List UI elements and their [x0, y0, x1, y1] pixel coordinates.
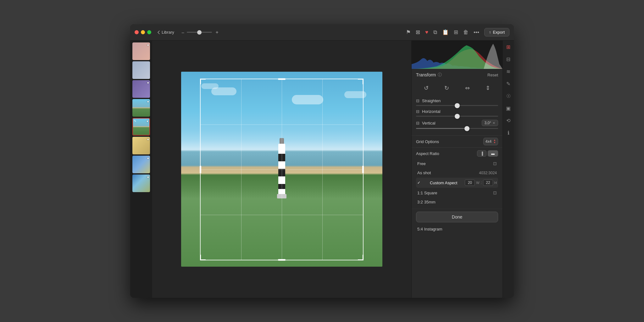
aspect-free[interactable]: Free ⊡: [416, 159, 498, 168]
vertical-thumb[interactable]: [464, 126, 469, 131]
stepper-down[interactable]: ▼: [493, 142, 496, 144]
straighten-thumb[interactable]: [455, 103, 460, 108]
zoom-plus-icon[interactable]: +: [216, 30, 219, 35]
custom-aspect-inputs: W : H: [465, 180, 497, 186]
rotate-right-icon[interactable]: ↻: [443, 83, 450, 93]
histogram: [412, 41, 502, 69]
minimize-button[interactable]: [141, 30, 145, 34]
aspect-square-label: 1:1 Square: [417, 191, 437, 195]
crop-handle-right-mid[interactable]: [362, 166, 364, 173]
filmstrip-thumb-7[interactable]: ♥: [132, 156, 150, 173]
side-adjust-icon[interactable]: ⊟: [505, 55, 511, 63]
crop-handle-bottom-left[interactable]: [200, 255, 206, 260]
custom-width-input[interactable]: [465, 180, 475, 186]
crop-handle-top-right[interactable]: [358, 79, 364, 84]
aspect-35mm-label: 3:2 35mm: [417, 200, 436, 204]
straighten-slider-group: ⊟ Straighten: [416, 98, 498, 106]
crop-overlay[interactable]: [200, 79, 364, 260]
add-icon[interactable]: ⊞: [454, 29, 458, 36]
vertical-label: Vertical: [422, 121, 436, 125]
flag-icon[interactable]: ⚑: [406, 29, 411, 36]
back-nav[interactable]: Library: [158, 30, 174, 35]
grid-options-select[interactable]: 4x4 ▲ ▼: [483, 138, 498, 145]
aspect-asshot-value: 4032:3024: [479, 171, 497, 175]
zoom-minus-icon[interactable]: –: [182, 30, 184, 35]
vertical-slider-group: ⊟ Vertical 3,0° ✕: [416, 120, 498, 129]
paste-icon[interactable]: 📋: [442, 29, 449, 36]
heart-badge: ♥: [147, 175, 149, 179]
flip-vertical-icon[interactable]: ⇕: [484, 83, 491, 93]
horizontal-track[interactable]: [416, 116, 498, 117]
crop-handle-left-mid[interactable]: [200, 166, 201, 173]
aspect-custom[interactable]: ✓ Custom Aspect W : H: [416, 178, 498, 188]
aspect-35mm[interactable]: 3:2 35mm: [416, 198, 498, 206]
reset-button[interactable]: Reset: [487, 73, 498, 77]
crop-grid: [201, 79, 363, 260]
side-filter-icon[interactable]: ≋: [505, 68, 511, 75]
toolbar: ⚑ ⊠ ♥ ⧉ 📋 ⊞ 🗑 ••• ↑ Export: [406, 28, 509, 36]
zoom-control: – +: [182, 30, 219, 35]
transform-icons: ↺ ↻ ⇔ ⇕: [416, 81, 498, 95]
main-area: ♥ ♥ ♥ ✎ ♥: [130, 41, 514, 298]
aspect-ratio-section: Aspect Ratio ▐ ▬ Free ⊡ As shot: [412, 147, 502, 209]
aspect-ratio-label: Aspect Ratio: [416, 151, 439, 156]
crop-handle-bottom-mid[interactable]: [278, 259, 286, 261]
aspect-instagram[interactable]: 5:4 Instagram: [412, 225, 502, 233]
filmstrip-thumb-2[interactable]: [132, 61, 150, 79]
side-info-icon[interactable]: ℹ: [507, 129, 510, 137]
instagram-label: 5:4 Instagram: [417, 227, 442, 231]
filmstrip-thumb-4[interactable]: ♥: [132, 99, 150, 117]
crop-handle-top-left[interactable]: [200, 79, 206, 84]
vertical-value-text: 3,0°: [485, 121, 491, 125]
zoom-slider[interactable]: [187, 32, 212, 33]
side-history-icon[interactable]: ⟲: [505, 117, 511, 125]
side-layers-icon[interactable]: ▣: [505, 104, 512, 112]
crop-icon[interactable]: ⊠: [416, 29, 420, 36]
width-label: W: [476, 181, 479, 185]
vertical-track[interactable]: [416, 128, 498, 129]
crop-handle-bottom-right[interactable]: [358, 255, 364, 260]
heart-badge: ♥: [147, 43, 149, 47]
flip-horizontal-icon[interactable]: ⇔: [464, 83, 471, 93]
filmstrip-thumb-8[interactable]: ♥: [132, 175, 150, 192]
vertical-icon: ⊟: [416, 121, 419, 125]
portrait-toggle[interactable]: ▐: [477, 150, 486, 157]
horizontal-slider-group: ⊟ Horizontal: [416, 109, 498, 117]
export-button[interactable]: ↑ Export: [484, 28, 509, 36]
heart-badge: ♥: [147, 157, 149, 160]
filmstrip-thumb-1[interactable]: ♥: [132, 42, 150, 60]
aspect-list: Free ⊡ As shot 4032:3024 ✓ Custom Aspect: [416, 159, 498, 206]
copy-icon[interactable]: ⧉: [433, 29, 437, 36]
straighten-track[interactable]: [416, 105, 498, 106]
filmstrip-thumb-6[interactable]: ♥: [132, 137, 150, 154]
export-label: Export: [493, 30, 505, 35]
filmstrip-thumb-3[interactable]: ♥: [132, 80, 150, 98]
heart-icon[interactable]: ♥: [425, 29, 428, 36]
horizontal-thumb[interactable]: [455, 114, 460, 119]
side-icons-panel: ⊞ ⊟ ≋ ✎ ☉ ▣ ⟲ ℹ: [502, 41, 514, 298]
library-label: Library: [162, 30, 174, 35]
crop-handle-top-mid[interactable]: [278, 78, 286, 80]
side-crop-icon[interactable]: ⊞: [505, 43, 511, 51]
title-bar: Library – + ⚑ ⊠ ♥ ⧉ 📋 ⊞ 🗑 ••• ↑ Export: [130, 24, 514, 41]
vertical-clear-button[interactable]: ✕: [492, 121, 495, 125]
canvas-area[interactable]: [152, 41, 411, 298]
done-button[interactable]: Done: [416, 212, 498, 222]
filmstrip-thumb-5[interactable]: ✎ ♥: [132, 118, 150, 136]
vertical-value-display: 3,0° ✕: [482, 120, 498, 126]
export-arrow-icon: ↑: [489, 30, 491, 35]
more-icon[interactable]: •••: [474, 29, 479, 36]
filmstrip: ♥ ♥ ♥ ✎ ♥: [130, 41, 152, 298]
side-metadata-icon[interactable]: ☉: [505, 92, 512, 100]
custom-height-input[interactable]: [483, 180, 493, 186]
section-title: Transform ⓘ: [416, 72, 442, 78]
close-button[interactable]: [135, 30, 139, 34]
side-retouch-icon[interactable]: ✎: [505, 80, 511, 88]
aspect-square-icon: ⊡: [493, 190, 497, 195]
rotate-left-icon[interactable]: ↺: [423, 83, 430, 93]
landscape-toggle[interactable]: ▬: [488, 150, 498, 157]
aspect-square[interactable]: 1:1 Square ⊡: [416, 188, 498, 197]
aspect-asshot[interactable]: As shot 4032:3024: [416, 169, 498, 177]
delete-icon[interactable]: 🗑: [463, 29, 469, 36]
maximize-button[interactable]: [147, 30, 151, 34]
